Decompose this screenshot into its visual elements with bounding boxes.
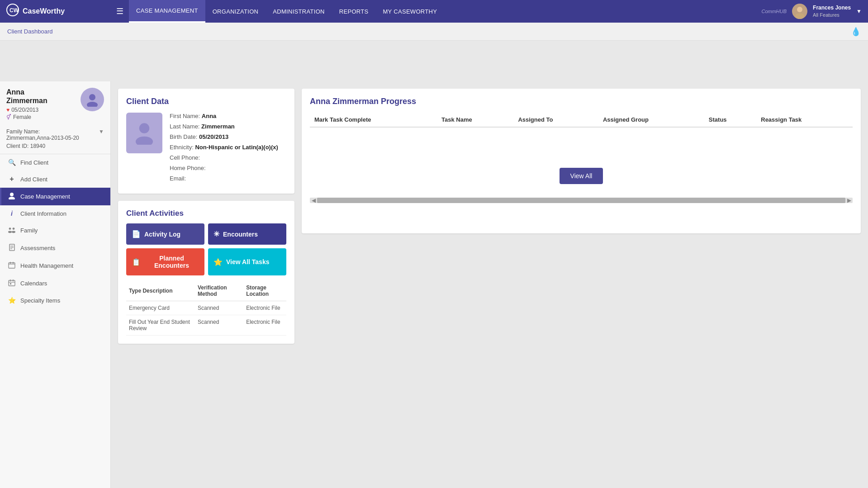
client-data-inner: First Name: Anna Last Name: Zimmerman Bi… [126,113,286,185]
client-avatar-large [126,113,162,153]
activity-buttons: 📄 Activity Log ✳ Encounters 📋 Planned En… [126,223,286,275]
svg-point-9 [13,228,15,230]
progress-title: Anna Zimmerman Progress [310,97,853,106]
svg-point-4 [89,94,95,100]
encounters-button[interactable]: ✳ Encounters [208,223,286,245]
main-layout: Anna Zimmerman ♥ 05/20/2013 ⚥ Female [0,81,868,488]
svg-rect-24 [10,283,11,284]
scroll-thumb [317,198,845,203]
nav-item-my-caseworthy[interactable]: MY CASEWORTHY [375,0,444,23]
doc-type-1: Emergency Card [126,301,195,315]
nav-item-administration[interactable]: ADMINISTRATION [266,0,332,23]
sidebar-item-specialty-items[interactable]: ⭐ Specialty Items [0,292,110,308]
view-all-button[interactable]: View All [560,168,603,184]
family-info: Family Name: ▼ Zimmerman,Anna-2013-05-20… [0,125,110,154]
field-home-phone: Home Phone: [170,165,286,171]
sidebar-item-family[interactable]: Family [0,222,110,239]
right-column: Anna Zimmerman Progress Mark Task Comple… [302,89,861,233]
svg-point-7 [9,197,15,199]
hamburger-button[interactable]: ☰ [111,0,129,23]
family-name-value: Zimmerman,Anna-2013-05-20 [6,135,104,141]
progress-col-task: Task Name [437,113,513,127]
svg-point-10 [8,231,12,233]
svg-point-26 [136,137,153,145]
svg-point-2 [797,7,802,12]
progress-col-assigned-to: Assigned To [513,113,598,127]
svg-rect-20 [9,280,15,286]
progress-table: Mark Task Complete Task Name Assigned To… [310,113,853,154]
nav-item-case-management[interactable]: CASE MANAGEMENT [129,0,205,23]
family-dropdown-arrow[interactable]: ▼ [99,128,104,135]
sidebar-item-find-client[interactable]: 🔍 Find Client [0,154,110,171]
sidebar-nav: 🔍 Find Client + Add Client Case Manageme… [0,154,110,488]
view-all-tasks-button[interactable]: ⭐ View All Tasks [208,248,286,275]
svg-point-5 [87,102,98,107]
activities-title: Client Activities [126,209,286,218]
client-gender: ⚥ Female [6,114,76,120]
sidebar-item-add-client[interactable]: + Add Client [0,171,110,188]
client-name: Anna Zimmerman [6,88,76,105]
field-cell-phone: Cell Phone: [170,154,286,161]
main-content: Client Data First Name: Anna [111,81,868,488]
calendars-icon [8,279,16,288]
field-last-name: Last Name: Zimmerman [170,123,286,130]
field-ethnicity: Ethnicity: Non-Hispanic or Latin(a)(o)(x… [170,144,286,151]
progress-col-reassign: Reassign Task [756,113,853,127]
scroll-right-arrow[interactable]: ▶ [845,198,853,203]
client-header: Anna Zimmerman ♥ 05/20/2013 ⚥ Female [0,81,110,125]
nav-item-reports[interactable]: REPORTS [332,0,376,23]
field-email: Email: [170,175,286,182]
breadcrumb-item[interactable]: Client Dashboard [7,28,52,35]
nav-item-organization[interactable]: ORGANIZATION [205,0,266,23]
field-birth-date: Birth Date: 05/20/2013 [170,133,286,140]
planned-encounters-button[interactable]: 📋 Planned Encounters [126,248,204,275]
progress-col-mark: Mark Task Complete [310,113,437,127]
doc-type-2: Fill Out Year End Student Review [126,315,195,336]
user-dropdown-arrow[interactable]: ▼ [856,8,862,14]
left-column: Client Data First Name: Anna [118,89,294,344]
client-data-title: Client Data [126,97,286,106]
case-management-icon [8,192,16,201]
scroll-bar[interactable]: ◀ ▶ [310,198,853,203]
family-row: Family Name: ▼ [6,128,104,135]
svg-point-3 [795,13,804,19]
svg-point-25 [139,123,150,133]
doc-storage-2: Electronic File [243,315,286,336]
cw-logo-icon: CW [6,4,19,19]
breadcrumb-bar: Client Dashboard 💧 [0,23,868,41]
sidebar-item-health-management[interactable]: Health Management [0,257,110,275]
sidebar-item-assessments[interactable]: Assessments [0,239,110,257]
activity-log-button[interactable]: 📄 Activity Log [126,223,204,245]
field-first-name: First Name: Anna [170,113,286,119]
heart-icon: ♥ [6,107,9,113]
client-fields: First Name: Anna Last Name: Zimmerman Bi… [170,113,286,185]
sidebar-item-calendars[interactable]: Calendars [0,275,110,292]
progress-col-group: Assigned Group [598,113,704,127]
sidebar: Anna Zimmerman ♥ 05/20/2013 ⚥ Female [0,81,111,488]
water-drop-icon: 💧 [851,27,861,37]
specialty-icon: ⭐ [8,297,16,304]
logo-area: CW CaseWorthy [0,0,111,23]
client-activities-card: Client Activities 📄 Activity Log ✳ Encou… [118,201,294,344]
table-row: Emergency Card Scanned Electronic File [126,301,286,315]
client-data-card: Client Data First Name: Anna [118,89,294,194]
progress-col-status: Status [704,113,756,127]
scroll-left-arrow[interactable]: ◀ [310,198,317,203]
col-verification: Verification Method [195,281,243,301]
user-role: All Features [813,12,851,18]
add-icon: + [8,175,16,183]
svg-text:CW: CW [9,7,19,14]
sidebar-item-client-information[interactable]: i Client Information [0,205,110,222]
gender-icon: ⚥ [6,114,11,120]
family-icon [8,226,16,235]
info-icon: i [8,210,16,217]
svg-point-6 [10,193,14,196]
doc-verification-1: Scanned [195,301,243,315]
col-storage: Storage Location [243,281,286,301]
client-dob: ♥ 05/20/2013 [6,107,76,113]
assessments-icon [8,244,16,252]
view-all-tasks-icon: ⭐ [213,258,223,266]
sidebar-client-avatar [81,88,104,111]
sidebar-item-case-management[interactable]: Case Management [0,188,110,205]
col-type: Type Description [126,281,195,301]
